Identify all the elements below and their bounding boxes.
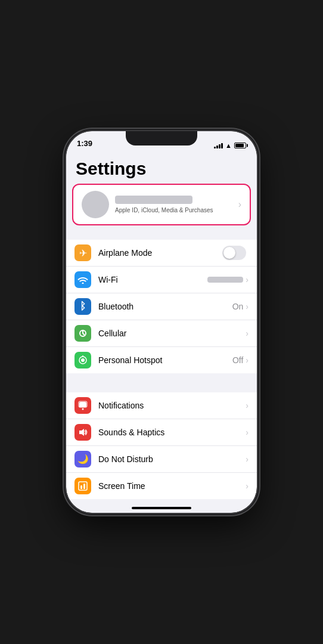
page-title: Settings (66, 153, 257, 184)
settings-content[interactable]: Settings Apple ID, iCloud, Media & Purch… (66, 153, 257, 513)
signal-bar-3 (219, 144, 220, 148)
apple-id-info: Apple ID, iCloud, Media & Purchases (115, 196, 235, 213)
donotdisturb-chevron-icon: › (246, 454, 249, 464)
wifi-label: Wi-Fi (98, 275, 207, 284)
sounds-label: Sounds & Haptics (98, 428, 246, 437)
notch (126, 131, 197, 145)
svg-rect-10 (83, 484, 85, 489)
status-time: 1:39 (77, 139, 92, 149)
cellular-label: Cellular (98, 329, 246, 338)
apple-id-row[interactable]: Apple ID, iCloud, Media & Purchases › (72, 184, 251, 225)
signal-bar-1 (214, 147, 216, 148)
svg-rect-9 (80, 485, 82, 489)
wifi-settings-icon (74, 271, 91, 288)
apple-id-chevron-icon: › (238, 199, 241, 210)
battery-fill (235, 144, 244, 147)
signal-bar-4 (221, 143, 223, 148)
signal-bar-2 (216, 145, 218, 148)
battery-icon (234, 143, 246, 148)
apple-id-subtitle: Apple ID, iCloud, Media & Purchases (115, 207, 235, 213)
phone-device: 1:39 ▲ Settings (66, 131, 257, 513)
settings-item-donotdisturb[interactable]: 🌙 Do Not Disturb › (66, 446, 257, 473)
hotspot-value: Off (232, 355, 243, 365)
airplane-mode-label: Airplane Mode (98, 248, 222, 258)
svg-point-1 (81, 358, 85, 362)
settings-item-bluetooth[interactable]: ᛒ Bluetooth On › (66, 293, 257, 320)
sounds-chevron-icon: › (246, 428, 249, 437)
notifications-icon (74, 397, 91, 414)
group-separator-1 (66, 230, 257, 240)
notifications-chevron-icon: › (246, 401, 249, 410)
apple-id-name-blurred (115, 196, 192, 204)
screentime-chevron-icon: › (246, 481, 249, 491)
hotspot-chevron-icon: › (246, 355, 249, 365)
settings-item-airplane-mode[interactable]: ✈ Airplane Mode (66, 240, 257, 267)
group-separator-2 (66, 383, 257, 392)
bluetooth-label: Bluetooth (98, 302, 232, 311)
status-icons: ▲ (214, 142, 246, 149)
airplane-mode-icon: ✈ (74, 244, 91, 261)
signal-bars-icon (214, 143, 223, 148)
hotspot-label: Personal Hotspot (98, 355, 232, 365)
settings-item-hotspot[interactable]: Personal Hotspot Off › (66, 347, 257, 373)
settings-item-screentime[interactable]: Screen Time › (66, 473, 257, 499)
wifi-value-blurred (207, 277, 243, 283)
group-separator-3 (66, 509, 257, 513)
cellular-icon (74, 325, 91, 342)
bluetooth-chevron-icon: › (246, 302, 249, 311)
settings-group-network: ✈ Airplane Mode Wi-Fi (66, 240, 257, 373)
notifications-label: Notifications (98, 401, 246, 410)
screentime-icon (74, 478, 91, 494)
settings-item-notifications[interactable]: Notifications › (66, 392, 257, 419)
cellular-chevron-icon: › (246, 329, 249, 338)
hotspot-icon (74, 352, 91, 369)
bluetooth-icon: ᛒ (74, 298, 91, 315)
wifi-icon: ▲ (225, 142, 232, 149)
home-indicator[interactable] (132, 507, 191, 509)
svg-marker-7 (79, 429, 84, 436)
apple-id-avatar (82, 191, 109, 218)
settings-item-cellular[interactable]: Cellular › (66, 320, 257, 347)
bluetooth-value: On (232, 302, 244, 311)
svg-point-6 (82, 408, 84, 410)
sounds-icon (74, 424, 91, 441)
settings-item-sounds[interactable]: Sounds & Haptics › (66, 419, 257, 446)
screen: 1:39 ▲ Settings (66, 131, 257, 513)
wifi-chevron-icon: › (246, 275, 249, 284)
settings-item-wifi[interactable]: Wi-Fi › (66, 267, 257, 293)
toggle-thumb (223, 247, 235, 259)
airplane-mode-toggle[interactable] (222, 246, 246, 260)
donotdisturb-label: Do Not Disturb (98, 454, 246, 464)
settings-group-notifications: Notifications › Sounds & Haptics › (66, 392, 257, 499)
svg-rect-8 (79, 482, 87, 490)
screentime-label: Screen Time (98, 481, 246, 491)
donotdisturb-icon: 🌙 (74, 451, 91, 467)
